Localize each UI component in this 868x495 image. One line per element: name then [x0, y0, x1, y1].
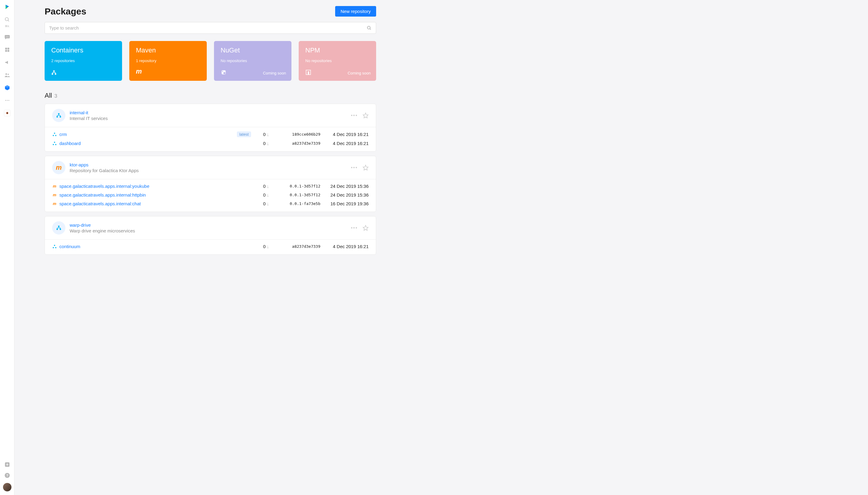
category-title: NPM: [305, 47, 369, 54]
chat-icon[interactable]: [4, 34, 11, 40]
svg-rect-7: [5, 50, 7, 52]
svg-point-12: [7, 100, 7, 101]
package-date: 16 Dec 2019 19:36: [324, 201, 369, 206]
svg-rect-6: [7, 48, 9, 50]
category-title: Containers: [51, 47, 116, 54]
category-sub: 1 repository: [136, 58, 200, 63]
more-button[interactable]: •••: [351, 113, 358, 118]
category-title: Maven: [136, 47, 200, 54]
package-downloads: 0⭳: [263, 184, 278, 189]
download-icon: ⭳: [266, 142, 270, 146]
svg-rect-41: [57, 228, 58, 230]
package-type-icon: m: [52, 201, 57, 206]
repo-name: internal-it: [70, 110, 108, 115]
package-row[interactable]: crm latest 0⭳ 189cce606b29 4 Dec 2019 16…: [52, 130, 369, 139]
package-row[interactable]: dashboard 0⭳ a8237d3e7339 4 Dec 2019 16:…: [52, 139, 369, 148]
repo-list: internal-it Internal IT services ••• crm…: [45, 104, 376, 255]
svg-point-0: [5, 17, 8, 21]
svg-line-1: [8, 20, 9, 21]
more-button[interactable]: •••: [351, 225, 358, 231]
svg-marker-43: [363, 225, 368, 231]
more-button[interactable]: •••: [351, 165, 358, 170]
svg-rect-34: [53, 135, 54, 136]
download-icon: ⭳: [266, 185, 270, 189]
apps-icon[interactable]: [4, 47, 11, 53]
star-button[interactable]: [363, 113, 369, 118]
package-row[interactable]: continuum 0⭳ a8237d3e7339 4 Dec 2019 16:…: [52, 242, 369, 251]
package-list: crm latest 0⭳ 189cce606b29 4 Dec 2019 16…: [45, 127, 376, 151]
search-button-icon[interactable]: [367, 25, 371, 31]
repo-description: Repository for Galactica Ktor Apps: [70, 168, 139, 173]
package-downloads: 0⭳: [263, 244, 278, 249]
package-type-icon: [52, 141, 57, 146]
repo-name: ktor-apps: [70, 162, 139, 167]
category-card-nuget[interactable]: NuGet No repositories Coming soon: [214, 41, 292, 81]
package-name: dashboard: [59, 141, 81, 146]
svg-rect-36: [54, 142, 55, 143]
svg-point-10: [7, 73, 9, 75]
repo-description: Internal IT services: [70, 116, 108, 121]
search-icon[interactable]: [4, 16, 11, 23]
repo-header[interactable]: m ktor-apps Repository for Galactica Kto…: [45, 156, 376, 180]
svg-rect-37: [53, 144, 54, 145]
category-title: NuGet: [221, 47, 285, 54]
package-version: 0.0.1-3d57f12: [278, 184, 320, 188]
download-icon: ⭳: [266, 245, 270, 249]
svg-rect-46: [55, 247, 56, 248]
packages-icon[interactable]: [4, 84, 11, 91]
package-downloads: 0⭳: [263, 201, 278, 206]
svg-point-25: [222, 71, 223, 72]
category-icon: m: [136, 68, 200, 75]
repo-description: Warp drive engine microservices: [70, 228, 135, 233]
package-row[interactable]: m space.galacticatravels.apps.internal:c…: [52, 199, 369, 208]
repo-name: warp-drive: [70, 222, 135, 227]
svg-rect-28: [308, 71, 309, 75]
svg-point-13: [8, 100, 9, 101]
package-list: m space.galacticatravels.apps.internal:y…: [45, 180, 376, 211]
svg-marker-39: [363, 165, 368, 170]
coming-soon-label: Coming soon: [263, 71, 286, 75]
download-icon: ⭳: [266, 202, 270, 206]
package-version: a8237d3e7339: [278, 141, 320, 146]
category-card-containers[interactable]: Containers 2 repositories: [45, 41, 122, 81]
download-icon: ⭳: [266, 133, 270, 137]
section-count: 3: [54, 93, 57, 99]
svg-rect-21: [53, 70, 55, 72]
package-name: crm: [59, 132, 67, 137]
search-bar[interactable]: [45, 22, 376, 34]
svg-point-11: [5, 100, 6, 101]
section-title: All: [45, 92, 52, 100]
package-row[interactable]: m space.galacticatravels.apps.internal:y…: [52, 182, 369, 190]
category-card-npm[interactable]: NPM No repositories Coming soon: [299, 41, 376, 81]
repo-card: warp-drive Warp drive engine microservic…: [45, 216, 376, 255]
repo-header[interactable]: internal-it Internal IT services •••: [45, 104, 376, 127]
announce-icon[interactable]: [4, 59, 11, 66]
download-icon: ⭳: [266, 193, 270, 198]
diamond-icon[interactable]: [4, 110, 11, 116]
star-button[interactable]: [363, 165, 369, 171]
star-button[interactable]: [363, 225, 369, 231]
new-repository-button[interactable]: New repository: [335, 6, 376, 17]
package-row[interactable]: m space.galacticatravels.apps.internal:h…: [52, 190, 369, 199]
search-input[interactable]: [49, 25, 367, 31]
section-header: All 3: [45, 92, 376, 100]
package-date: 24 Dec 2019 15:36: [324, 192, 369, 198]
svg-point-4: [8, 36, 8, 37]
repo-header[interactable]: warp-drive Warp drive engine microservic…: [45, 217, 376, 240]
category-sub: No repositories: [305, 58, 369, 63]
package-date: 4 Dec 2019 16:21: [324, 141, 369, 146]
svg-rect-42: [60, 228, 61, 230]
svg-rect-44: [54, 245, 55, 246]
svg-rect-38: [55, 144, 56, 145]
category-card-maven[interactable]: Maven 1 repository m: [129, 41, 207, 81]
package-date: 4 Dec 2019 16:21: [324, 132, 369, 137]
more-icon[interactable]: [4, 97, 11, 104]
team-icon[interactable]: [4, 72, 11, 79]
package-type-icon: m: [52, 193, 57, 198]
svg-point-19: [367, 26, 370, 29]
logo-icon[interactable]: [4, 4, 11, 10]
svg-rect-35: [55, 135, 56, 136]
repo-type-icon: [52, 221, 65, 235]
repo-type-icon: [52, 109, 65, 122]
page-header: Packages New repository: [45, 6, 376, 17]
